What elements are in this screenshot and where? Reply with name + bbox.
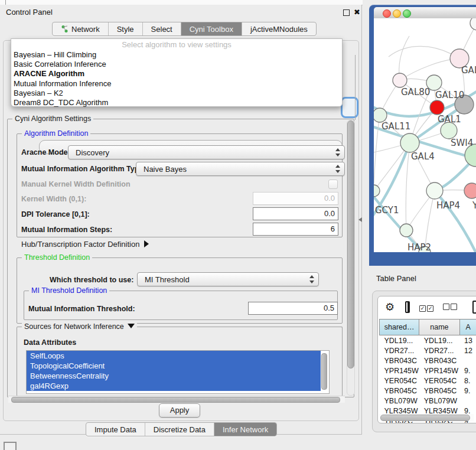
close-window-icon[interactable] bbox=[383, 9, 391, 18]
network-node[interactable] bbox=[430, 100, 444, 115]
table-function-icon[interactable] bbox=[472, 301, 476, 314]
network-node[interactable] bbox=[393, 73, 407, 87]
network-node[interactable] bbox=[400, 133, 419, 152]
combo-arrows-icon bbox=[335, 165, 340, 173]
close-panel-icon[interactable]: ✖ bbox=[354, 8, 360, 17]
network-window-titlebar[interactable] bbox=[374, 7, 476, 19]
tab-network[interactable]: Network bbox=[53, 22, 109, 35]
column-header[interactable]: name bbox=[419, 319, 459, 335]
tab-select[interactable]: Select bbox=[143, 22, 181, 35]
table-cell: YDL19... bbox=[419, 335, 459, 346]
network-node[interactable] bbox=[464, 183, 476, 198]
node-label: GCY1 bbox=[375, 205, 399, 216]
cyni-bottom-tabs: Impute DataDiscretize DataInfer Network bbox=[86, 422, 277, 436]
tab-impute-data[interactable]: Impute Data bbox=[86, 423, 145, 436]
sources-group-title[interactable]: Sources for Network Inference bbox=[22, 322, 137, 331]
which-threshold-combo[interactable]: MI Threshold bbox=[137, 272, 319, 286]
network-node[interactable] bbox=[400, 224, 413, 237]
table-row[interactable]: YDR27...YDR27...12 bbox=[380, 345, 476, 356]
hub-definition-toggle[interactable]: Hub/Transcription Factor Definition bbox=[21, 240, 149, 249]
network-node[interactable] bbox=[441, 122, 457, 139]
list-scrollbar-thumb[interactable] bbox=[321, 353, 327, 390]
network-node[interactable] bbox=[374, 185, 380, 197]
algorithm-option[interactable]: Dream8 DC_TDC Algorithm bbox=[11, 98, 342, 107]
hub-definition-label: Hub/Transcription Factor Definition bbox=[21, 240, 139, 249]
tab-style[interactable]: Style bbox=[109, 22, 143, 35]
table-row[interactable]: YDL19...YDL19...13 bbox=[380, 335, 476, 346]
table-hscroll-thumb[interactable] bbox=[380, 415, 470, 421]
attribute-item-selected[interactable]: gal4RGexp bbox=[27, 381, 321, 391]
list-scrollbar-track[interactable] bbox=[322, 351, 328, 393]
apply-button[interactable]: Apply bbox=[159, 403, 200, 418]
mi-threshold-field[interactable]: 0.5 bbox=[248, 302, 338, 315]
network-view-window[interactable]: GALGAL80GAL10GAL1GAL11SWI4GAL4HAP4YGCY1H… bbox=[369, 5, 476, 266]
mi-type-combo[interactable]: Naive Bayes bbox=[136, 162, 345, 176]
settings-hscroll-thumb[interactable] bbox=[11, 397, 340, 403]
table-cell: YPR145W bbox=[419, 366, 459, 376]
table-cell: YBL079W bbox=[419, 396, 459, 406]
attribute-item-selected[interactable]: SelfLoops bbox=[27, 351, 321, 361]
control-panel-tabs: NetworkStyleSelectCyni ToolboxjActiveMNo… bbox=[52, 22, 317, 36]
algorithm-option[interactable]: Basic Correlation Inference bbox=[11, 60, 342, 69]
node-label: Y bbox=[472, 200, 476, 211]
minimize-window-icon[interactable] bbox=[393, 9, 401, 18]
network-canvas[interactable]: GALGAL80GAL10GAL1GAL11SWI4GAL4HAP4YGCY1H… bbox=[374, 18, 476, 252]
zoom-window-icon[interactable] bbox=[403, 9, 411, 18]
algorithm-option[interactable]: Bayesian – Hill Climbing bbox=[11, 50, 342, 60]
tab-cyni-toolbox[interactable]: Cyni Toolbox bbox=[181, 22, 242, 35]
mi-threshold-definition-title: MI Threshold Definition bbox=[29, 286, 109, 295]
node-label: GAL4 bbox=[411, 151, 435, 162]
column-header[interactable]: shared… bbox=[380, 319, 419, 335]
dropdown-placeholder: Select algorithm to view settings bbox=[11, 39, 342, 50]
column-header[interactable]: A bbox=[459, 319, 476, 335]
tab-label: Impute Data bbox=[94, 425, 136, 434]
mi-steps-field[interactable]: 6 bbox=[253, 223, 338, 236]
network-node[interactable] bbox=[426, 182, 443, 199]
table-cell: 13 bbox=[459, 335, 476, 346]
table-row[interactable]: YER054CYER054C8. bbox=[380, 376, 476, 386]
kernel-width-field[interactable]: 0.0 bbox=[253, 192, 338, 205]
table-row[interactable]: YPR145WYPR145W9. bbox=[380, 366, 476, 376]
network-edge[interactable] bbox=[389, 46, 459, 58]
float-panel-icon[interactable] bbox=[343, 9, 350, 16]
algorithm-option[interactable]: Bayesian – K2 bbox=[11, 89, 342, 98]
table-cell: 9. bbox=[459, 386, 476, 396]
node-label: GAL bbox=[461, 65, 476, 76]
node-label: SWI4 bbox=[451, 138, 473, 148]
table-cell: YDR27... bbox=[419, 345, 459, 356]
network-edge[interactable] bbox=[406, 143, 410, 230]
splitter-arrow-icon[interactable] bbox=[358, 217, 362, 222]
table-row[interactable]: YBR045CYBR045C9. bbox=[380, 386, 476, 396]
which-threshold-value: MI Threshold bbox=[145, 275, 190, 284]
split-columns-icon[interactable] bbox=[405, 301, 410, 313]
table-cell: YBR045C bbox=[380, 386, 419, 396]
settings-horizontal-scrollbar[interactable] bbox=[8, 396, 345, 403]
screen: Control Panel ✖ NetworkStyleSelectCyni T… bbox=[0, 0, 476, 450]
tab-discretize-data[interactable]: Discretize Data bbox=[145, 423, 214, 436]
algorithm-option[interactable]: ARACNE Algorithm bbox=[11, 69, 342, 79]
table-row[interactable]: YBL079WYBL079W bbox=[380, 396, 476, 406]
settings-vscroll-thumb[interactable] bbox=[347, 120, 354, 369]
settings-vertical-scrollbar[interactable] bbox=[347, 120, 355, 396]
node-table-card: ⚙ ✓✓ shared…nameA YDL19...YDL19...13YDR2… bbox=[377, 296, 476, 423]
deselect-all-checks-icon[interactable] bbox=[442, 302, 457, 312]
table-toolbar: ⚙ ✓✓ bbox=[378, 296, 476, 318]
dpi-tolerance-field[interactable]: 0.0 bbox=[253, 207, 338, 220]
table-horizontal-scrollbar[interactable] bbox=[379, 414, 474, 421]
collapsed-panel-icon[interactable] bbox=[4, 442, 17, 450]
select-all-checks-icon[interactable]: ✓✓ bbox=[418, 302, 433, 312]
aracne-mode-value: Discovery bbox=[76, 148, 109, 157]
sources-title-text: Sources for Network Inference bbox=[24, 322, 124, 331]
network-node[interactable] bbox=[374, 108, 387, 122]
manual-kernel-checkbox[interactable] bbox=[328, 180, 338, 189]
table-row[interactable]: YBR043CYBR043C bbox=[380, 356, 476, 366]
algorithm-option[interactable]: Mutual Information Inference bbox=[11, 79, 342, 89]
attribute-item-selected[interactable]: BetweennessCentrality bbox=[27, 371, 321, 381]
network-node[interactable] bbox=[470, 18, 476, 30]
attribute-item-selected[interactable]: TopologicalCoefficient bbox=[27, 361, 321, 371]
tab-jactivemnodules[interactable]: jActiveMNodules bbox=[242, 22, 316, 35]
aracne-mode-combo[interactable]: Discovery bbox=[68, 145, 345, 159]
gear-icon[interactable]: ⚙ bbox=[385, 301, 395, 314]
tab-infer-network[interactable]: Infer Network bbox=[214, 423, 276, 436]
network-edge[interactable] bbox=[374, 115, 380, 184]
